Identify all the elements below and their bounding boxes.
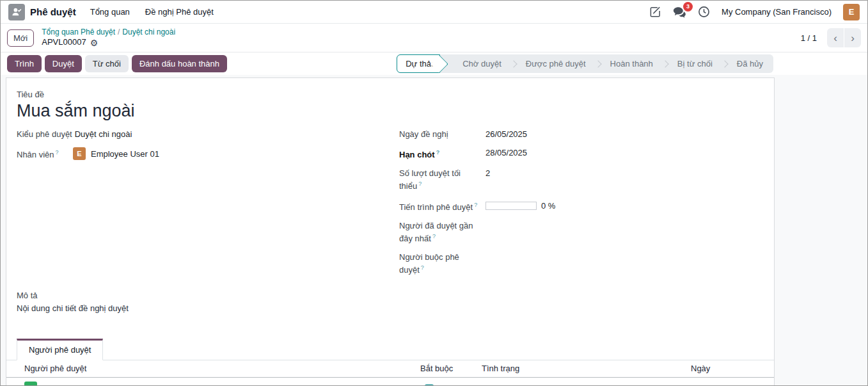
approver-row-1[interactable]: A Approval Officer ✓ Dự thảo [6,378,774,385]
statusbar: Dự thảo Chờ duyệt Được phê duyệt Hoàn th… [397,54,773,73]
pager-value: 1 / 1 [801,33,817,43]
activities-clock-icon[interactable] [698,6,710,18]
messages-icon[interactable]: 3 [673,6,686,18]
breadcrumb-link-overview[interactable]: Tổng quan Phê duyệt [42,28,115,36]
description-label: Mô tả [17,290,764,302]
deadline-help-icon: ? [436,149,440,156]
column-header-status[interactable]: Tình trạng [477,360,691,378]
menu-tong-quan[interactable]: Tổng quan [90,7,130,17]
deadline-label: Hạn chót? [399,147,481,160]
employee-value[interactable]: E Employee User 01 [73,147,159,160]
app-window: Phê duyệt Tổng quan Đề nghị Phê duyệt 3 … [0,0,868,386]
min-approvals-help-icon: ? [418,181,422,187]
check-icon: ✓ [427,385,432,385]
employee-help-icon: ? [56,149,59,156]
messages-count-badge: 3 [683,2,693,12]
last-approver-help-icon: ? [432,233,436,239]
request-date-label: Ngày đề nghị [399,129,481,140]
new-record-button[interactable]: Mới [7,29,34,47]
fields-left-column: Kiểu phê duyệt Duyệt chi ngoài Nhân viên… [17,129,399,284]
approver-avatar: A [24,382,37,385]
progress-field: 0 % [485,200,555,213]
pager: 1 / 1 ‹ › [801,28,861,47]
breadcrumb-link-current[interactable]: Duyệt chi ngoài [122,28,175,36]
pager-next-button[interactable]: › [844,28,861,47]
forced-approver-help-icon: ? [421,264,424,271]
description-text[interactable]: Nội dung chi tiết đề nghị duyệt [17,303,764,314]
stage-pending[interactable]: Chờ duyệt [453,59,516,68]
company-switcher[interactable]: My Company (San Francisco) [722,7,832,17]
fields-grid: Kiểu phê duyệt Duyệt chi ngoài Nhân viên… [17,129,764,284]
stage-done[interactable]: Hoàn thành [601,59,668,68]
approvers-table: Người phê duyệt Bắt buộc Tình trạng Ngày… [6,360,774,385]
approver-date [691,378,774,385]
deadline-value[interactable]: 28/05/2025 [485,147,527,160]
fields-right-column: Ngày đề nghị 26/05/2025 Hạn chót? 28/05/… [399,129,764,284]
employee-name: Employee User 01 [91,149,159,159]
min-approvals-value[interactable]: 2 [485,168,490,191]
progress-bar [485,202,537,210]
control-panel: Mới Tổng quan Phê duyệt/Duyệt chi ngoài … [1,24,867,52]
user-avatar[interactable]: E [843,4,860,20]
column-header-approver[interactable]: Người phê duyệt [6,360,416,378]
submit-button[interactable]: Trình [7,55,42,72]
column-header-date[interactable]: Ngày [691,360,774,378]
stage-draft[interactable]: Dự thảo [397,54,440,73]
form-sheet: Tiêu đề Mua sắm ngoài Kiểu phê duyệt Duy… [6,77,775,385]
progress-value: 0 % [541,200,555,211]
title-field-label: Tiêu đề [17,90,764,99]
refuse-button[interactable]: Từ chối [85,55,129,72]
approve-button[interactable]: Duyệt [45,55,82,72]
record-title[interactable]: Mua sắm ngoài [17,101,764,121]
description-block: Mô tả Nội dung chi tiết đề nghị duyệt [17,290,764,314]
employee-avatar: E [73,147,86,160]
app-name[interactable]: Phê duyệt [30,6,76,17]
systray: 3 My Company (San Francisco) E [649,4,860,20]
approvals-app-icon[interactable] [8,4,25,20]
stage-approved[interactable]: Được phê duyệt [516,59,601,68]
chevron-left-icon: ‹ [833,33,837,44]
compose-message-icon[interactable] [649,6,661,18]
approver-name: Approval Officer [43,383,102,385]
approvers-table-header: Người phê duyệt Bắt buộc Tình trạng Ngày [6,360,774,378]
content-area: Tiêu đề Mua sắm ngoài Kiểu phê duyệt Duy… [1,75,867,385]
tab-nguoi-phe-duyet[interactable]: Người phê duyệt [17,339,103,360]
progress-help-icon: ? [474,202,477,208]
top-navbar: Phê duyệt Tổng quan Đề nghị Phê duyệt 3 … [1,1,867,24]
required-checkbox[interactable]: ✓ [425,384,434,385]
request-date-value[interactable]: 26/05/2025 [485,129,527,140]
menu-de-nghi-phe-duyet[interactable]: Đề nghị Phê duyệt [145,7,214,17]
settings-gear-icon[interactable]: ⚙ [90,38,99,47]
stage-cancelled[interactable]: Đã hủy [727,59,773,68]
record-reference: APVL00007 [42,37,86,47]
stage-refused[interactable]: Bị từ chối [668,59,727,68]
progress-label: Tiến trình phê duyệt? [399,200,481,213]
approver-status: Dự thảo [477,378,691,385]
min-approvals-label: Số lượt duyệt tối thiểu? [399,168,481,191]
employee-label: Nhân viên? [17,147,73,160]
approval-type-value[interactable]: Duyệt chi ngoài [75,129,132,140]
last-approver-label: Người đã duyệt gần đây nhất? [399,220,481,244]
mark-done-button[interactable]: Đánh dấu hoàn thành [132,55,227,72]
approval-type-label: Kiểu phê duyệt [17,129,75,140]
actions-row: Trình Duyệt Từ chối Đánh dấu hoàn thành … [1,52,867,75]
chevron-right-icon: › [851,33,855,44]
notebook-tabs: Người phê duyệt [6,339,774,360]
breadcrumb: Tổng quan Phê duyệt/Duyệt chi ngoài APVL… [42,28,175,47]
forced-approver-label: Người buộc phê duyệt? [399,252,481,275]
column-header-required[interactable]: Bắt buộc [416,360,477,378]
breadcrumb-separator: / [118,28,120,36]
pager-previous-button[interactable]: ‹ [827,28,844,47]
